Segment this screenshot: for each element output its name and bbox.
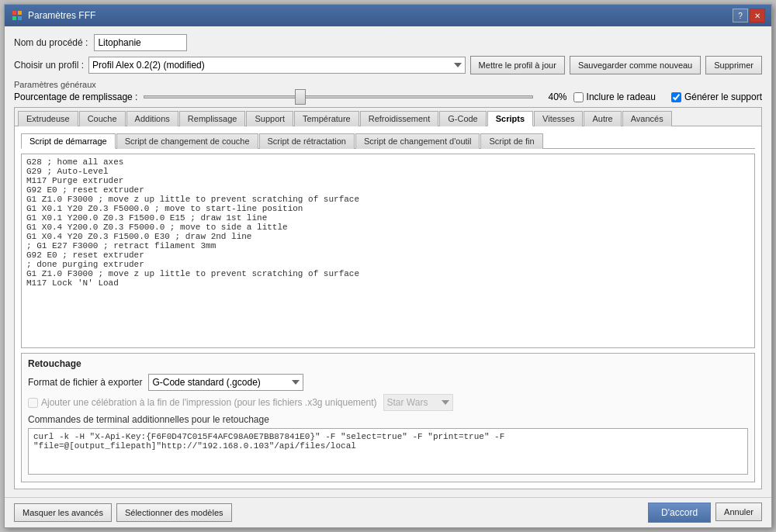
terminal-label: Commandes de terminal additionnelles pou… — [28, 414, 748, 425]
tab-refroidissement[interactable]: Refroidissement — [360, 111, 438, 126]
main-tabs-container: Extrudeuse Couche Additions Remplissage … — [14, 107, 762, 489]
celebration-text: Ajouter une célébration à la fin de l'im… — [41, 397, 377, 408]
retouching-section: Retouchage Format de fichier à exporter … — [21, 353, 755, 482]
celebration-checkbox[interactable] — [28, 398, 38, 408]
delete-button[interactable]: Supprimer — [705, 56, 762, 74]
profile-row: Choisir un profil : Profil Alex 0.2(2) (… — [14, 56, 762, 74]
tab-gcode[interactable]: G-Code — [439, 111, 487, 126]
export-select[interactable]: G-Code standard (.gcode) X3G (.x3g) — [148, 374, 303, 391]
tab-extrudeuse[interactable]: Extrudeuse — [18, 111, 78, 126]
sub-tab-layer-change[interactable]: Script de changement de couche — [116, 133, 258, 149]
footer-left: Masquer les avancés Sélectionner des mod… — [14, 503, 232, 522]
fill-slider[interactable] — [144, 95, 532, 98]
process-label: Nom du procédé : — [14, 37, 88, 48]
svg-rect-3 — [18, 16, 22, 20]
close-button[interactable]: ✕ — [750, 9, 765, 22]
sub-tab-end[interactable]: Script de fin — [480, 133, 542, 149]
generate-support-label[interactable]: Générer le support — [671, 92, 762, 102]
sub-tab-retraction[interactable]: Script de rétractation — [259, 133, 355, 149]
main-content: Nom du procédé : Choisir un profil : Pro… — [5, 26, 771, 497]
svg-rect-1 — [18, 11, 22, 15]
generate-support-checkbox[interactable] — [671, 92, 681, 102]
svg-rect-0 — [12, 11, 16, 15]
tab-autre[interactable]: Autre — [584, 111, 621, 126]
footer-right: D'accord Annuler — [648, 503, 762, 523]
ok-button[interactable]: D'accord — [648, 503, 711, 523]
tab-temperature[interactable]: Température — [294, 111, 359, 126]
include-raft-checkbox[interactable] — [573, 92, 584, 102]
export-row: Format de fichier à exporter G-Code stan… — [28, 374, 748, 391]
generate-support-text: Générer le support — [684, 92, 762, 102]
celebration-label[interactable]: Ajouter une célébration à la fin de l'im… — [28, 397, 377, 408]
svg-rect-2 — [12, 16, 16, 20]
title-bar-buttons: ? ✕ — [733, 9, 765, 22]
tab-remplissage[interactable]: Remplissage — [179, 111, 246, 126]
slider-row: Pourcentage de remplissage : 40% Inclure… — [14, 92, 762, 102]
app-icon — [11, 9, 23, 22]
help-button[interactable]: ? — [733, 9, 748, 22]
tab-vitesses[interactable]: Vitesses — [534, 111, 583, 126]
params-section-label: Paramètres généraux — [14, 80, 96, 89]
fill-label: Pourcentage de remplissage : — [14, 92, 137, 102]
fill-value: 40% — [539, 92, 567, 102]
select-models-button[interactable]: Sélectionner des modèles — [116, 503, 232, 522]
main-window: Paramètres FFF ? ✕ Nom du procédé : Choi… — [4, 4, 772, 528]
main-tabs-header: Extrudeuse Couche Additions Remplissage … — [15, 108, 761, 126]
startup-script-textarea[interactable]: G28 ; home all axes G29 ; Auto-Level M11… — [21, 154, 755, 348]
window-title: Paramètres FFF — [28, 10, 95, 21]
sub-tabs-header: Script de démarrage Script de changement… — [21, 133, 755, 149]
process-input[interactable] — [94, 34, 187, 51]
params-section: Paramètres généraux Pourcentage de rempl… — [14, 79, 762, 102]
profile-label: Choisir un profil : — [14, 60, 84, 71]
retouching-title: Retouchage — [28, 358, 748, 369]
celebration-row: Ajouter une célébration à la fin de l'im… — [28, 394, 748, 411]
save-new-button[interactable]: Sauvegarder comme nouveau — [570, 56, 701, 74]
cancel-button[interactable]: Annuler — [715, 503, 762, 521]
tab-support[interactable]: Support — [246, 111, 293, 126]
footer: Masquer les avancés Sélectionner des mod… — [5, 497, 771, 527]
export-label: Format de fichier à exporter — [28, 377, 142, 388]
tab-avances[interactable]: Avancés — [622, 111, 672, 126]
hide-advanced-button[interactable]: Masquer les avancés — [14, 503, 112, 522]
title-bar-left: Paramètres FFF — [11, 9, 95, 22]
tab-couche[interactable]: Couche — [79, 111, 126, 126]
update-profile-button[interactable]: Mettre le profil à jour — [470, 56, 565, 74]
scripts-tab-content: Script de démarrage Script de changement… — [15, 126, 761, 489]
sub-tab-startup[interactable]: Script de démarrage — [21, 133, 116, 149]
include-raft-label[interactable]: Inclure le radeau — [573, 92, 656, 102]
title-bar: Paramètres FFF ? ✕ — [5, 5, 771, 26]
profile-select[interactable]: Profil Alex 0.2(2) (modified) — [88, 57, 466, 74]
sub-tab-tool-change[interactable]: Script de changement d'outil — [355, 133, 480, 149]
terminal-textarea[interactable]: curl -k -H "X-Api-Key:{F6F0D47C015F4AFC9… — [28, 428, 748, 475]
tab-additions[interactable]: Additions — [126, 111, 178, 126]
process-row: Nom du procédé : — [14, 34, 762, 51]
tab-scripts[interactable]: Scripts — [487, 111, 533, 126]
celebration-select[interactable]: Star Wars Autre — [383, 394, 453, 411]
include-raft-text: Inclure le radeau — [587, 92, 656, 102]
